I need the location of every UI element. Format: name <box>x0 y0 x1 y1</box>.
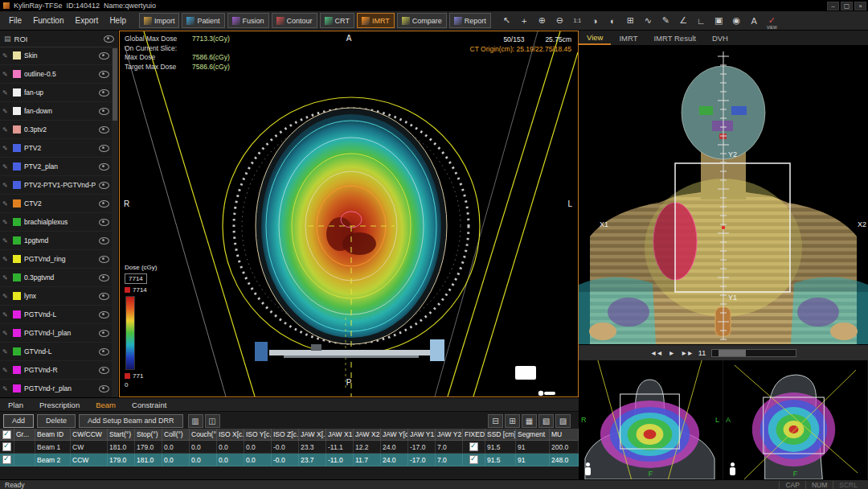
roi-scrollbar-thumb[interactable] <box>113 48 117 121</box>
tool-zoom-out-button[interactable]: ⊖ <box>551 13 568 29</box>
beam-checkbox[interactable] <box>2 455 11 464</box>
tab-imrt[interactable]: IMRT <box>611 31 645 45</box>
tool-pencil-button[interactable]: ✎ <box>657 13 674 29</box>
roi-visibility-eye-icon[interactable] <box>99 256 109 263</box>
roi-visibility-eye-icon[interactable] <box>99 293 109 300</box>
module-fusion-button[interactable]: Fusion <box>227 13 269 28</box>
tool-annotate-button[interactable]: A <box>746 13 763 29</box>
beam-select-cell[interactable] <box>0 441 14 454</box>
roi-item[interactable]: ✎PGTVnd-R <box>0 361 112 380</box>
menu-file[interactable]: File <box>3 16 27 25</box>
module-import-button[interactable]: Import <box>139 13 180 28</box>
module-report-button[interactable]: Report <box>449 13 491 28</box>
sagittal-view[interactable]: A F <box>723 360 868 479</box>
tool-capture-button[interactable]: ◉ <box>728 13 745 29</box>
add-setup-beam-drr-button[interactable]: Add Setup Beam and DRR <box>79 414 183 428</box>
next-frame-button[interactable]: ►► <box>681 349 693 357</box>
menu-function[interactable]: Function <box>27 16 69 25</box>
tool-set-square-button[interactable]: ∟ <box>693 13 710 29</box>
beam-row[interactable]: Beam 2CCW179.0181.00.00.00.00.0-0.023.7-… <box>0 454 579 466</box>
play-button[interactable]: ► <box>669 349 674 357</box>
beam-fixed-cell[interactable] <box>463 441 485 454</box>
tool-pan-button[interactable]: + <box>516 13 533 29</box>
roi-item[interactable]: ✎brachialplexus <box>0 213 112 232</box>
menu-help[interactable]: Help <box>104 16 132 25</box>
tab-plan[interactable]: Plan <box>0 401 31 409</box>
frame-slider[interactable] <box>711 349 796 357</box>
fixed-checkbox[interactable] <box>469 455 478 464</box>
module-patient-button[interactable]: Patient <box>182 13 224 28</box>
roi-visibility-eye-icon[interactable] <box>99 71 109 78</box>
roi-visibility-eye-icon[interactable] <box>99 182 109 189</box>
roi-item[interactable]: ✎PGTVnd_ring <box>0 250 112 269</box>
expand-table-button[interactable]: ⊞ <box>505 414 520 428</box>
roi-visibility-eye-icon[interactable] <box>99 108 109 115</box>
fixed-checkbox[interactable] <box>469 442 478 451</box>
table-settings-button[interactable]: ▨ <box>555 414 571 428</box>
add-beam-button[interactable]: Add <box>3 414 34 428</box>
roi-visibility-eye-icon[interactable] <box>99 89 109 97</box>
roi-visibility-eye-icon[interactable] <box>99 237 109 244</box>
select-all-checkbox[interactable] <box>2 430 11 439</box>
roi-item[interactable]: ✎PTV2-PTV1-PGTVnd-PGTVn... <box>0 176 112 195</box>
menu-export[interactable]: Export <box>69 16 104 25</box>
beam-column-header[interactable] <box>0 429 14 441</box>
axial-view[interactable]: Global Max Dose7713.3(cGy) On Current Sl… <box>119 31 579 397</box>
roi-visibility-eye-icon[interactable] <box>99 274 109 281</box>
tool-layout-button[interactable]: ⊞ <box>622 13 639 29</box>
roi-visibility-eye-icon[interactable] <box>99 330 109 337</box>
tab-imrt-result[interactable]: IMRT Result <box>645 31 703 45</box>
beam-checkbox[interactable] <box>2 442 11 451</box>
tool-invert-button[interactable]: ◐ <box>604 13 621 29</box>
roi-item[interactable]: ✎CTV2 <box>0 195 112 213</box>
tool-window-level-button[interactable]: ◑ <box>587 13 604 29</box>
roi-item[interactable]: ✎lynx <box>0 287 112 306</box>
roi-visibility-eye-icon[interactable] <box>99 385 109 392</box>
roi-item[interactable]: ✎fan-down <box>0 102 112 121</box>
roi-item[interactable]: ✎PGTVnd-l_plan <box>0 324 112 343</box>
roi-visibility-eye-icon[interactable] <box>99 145 109 152</box>
roi-item[interactable]: ✎1pgtvnd <box>0 232 112 250</box>
import-table-button[interactable]: ▧ <box>538 414 554 428</box>
roi-visibility-eye-icon[interactable] <box>99 367 109 374</box>
bev-view[interactable]: X1 X2 Y2 Y1 <box>579 45 868 344</box>
tab-dvh[interactable]: DVH <box>704 31 736 45</box>
roi-visibility-eye-icon[interactable] <box>99 200 109 208</box>
tool-pointer-button[interactable]: ↖ <box>498 13 515 29</box>
prev-frame-button[interactable]: ◄◄ <box>650 349 662 357</box>
paste-beam-button[interactable]: ◫ <box>205 414 220 428</box>
export-table-button[interactable]: ▦ <box>522 414 537 428</box>
roi-scrollbar[interactable] <box>112 47 118 397</box>
close-button[interactable]: × <box>854 2 866 10</box>
collapse-table-button[interactable]: ⊟ <box>488 414 503 428</box>
tool-zoom-in-button[interactable]: ⊕ <box>534 13 551 29</box>
roi-item[interactable]: ✎PTV2_plan <box>0 158 112 176</box>
minimize-button[interactable]: – <box>827 2 839 10</box>
roi-item[interactable]: ✎PGTVnd-r_plan <box>0 380 112 397</box>
tab-view[interactable]: View <box>579 31 611 45</box>
tool-profile-button[interactable]: ∿ <box>640 13 657 29</box>
tab-prescription[interactable]: Prescription <box>31 401 88 409</box>
tab-constraint[interactable]: Constraint <box>124 401 174 409</box>
roi-item[interactable]: ✎outline-0.5 <box>0 65 112 84</box>
roi-header-eye-icon[interactable] <box>104 35 114 43</box>
tool-view-check-button[interactable]: ✓VIEW <box>764 13 780 29</box>
module-contour-button[interactable]: Contour <box>272 13 317 28</box>
copy-beam-button[interactable]: ▥ <box>188 414 203 428</box>
module-imrt-button[interactable]: IMRT <box>357 13 395 28</box>
beam-row[interactable]: Beam 1CW181.0179.00.00.00.00.0-0.023.3-1… <box>0 441 579 454</box>
tool-lock-button[interactable]: ▣ <box>710 13 727 29</box>
roi-visibility-eye-icon[interactable] <box>99 126 109 134</box>
maximize-button[interactable]: ▢ <box>841 2 853 10</box>
roi-item[interactable]: ✎fan-up <box>0 84 112 102</box>
roi-visibility-eye-icon[interactable] <box>99 163 109 171</box>
roi-visibility-eye-icon[interactable] <box>99 52 109 60</box>
roi-visibility-eye-icon[interactable] <box>99 219 109 226</box>
beam-fixed-cell[interactable] <box>463 454 485 466</box>
tool-actual-size-button[interactable]: 1:1 <box>569 13 586 29</box>
coronal-view[interactable]: R L F <box>579 360 723 479</box>
tab-beam[interactable]: Beam <box>88 401 124 409</box>
roi-item[interactable]: ✎PGTVnd-L <box>0 306 112 324</box>
roi-item[interactable]: ✎0.3ptv2 <box>0 121 112 139</box>
frame-slider-thumb[interactable] <box>719 350 746 356</box>
